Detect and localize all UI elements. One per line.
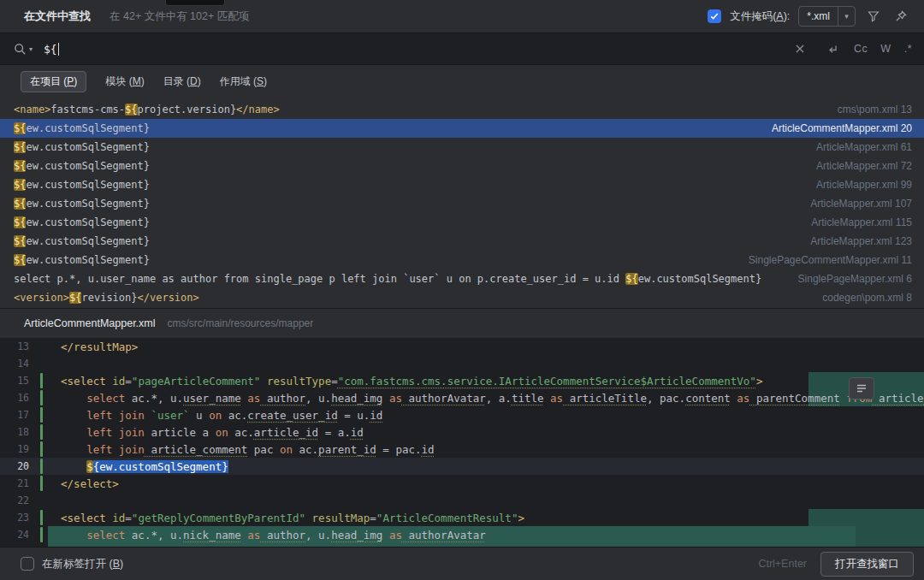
result-file-location: ArticleMapper.xml 72 — [799, 160, 924, 172]
code-line[interactable]: 24 select ac.*, u.nick_name as author, u… — [0, 526, 924, 543]
code-line[interactable]: 17 left join `user` u on ac.create_user_… — [0, 406, 924, 423]
vcs-change-marker — [40, 459, 43, 474]
line-number: 20 — [0, 460, 29, 472]
search-result-row[interactable]: ${ew.customSqlSegment}ArticleMapper.xml … — [0, 138, 924, 157]
vcs-change-marker — [40, 424, 43, 440]
result-file-location: codegen\pom.xml 8 — [805, 292, 924, 304]
search-result-row[interactable]: <version>${revision}</version>codegen\po… — [0, 288, 924, 307]
line-number: 23 — [0, 512, 29, 524]
search-history-button[interactable]: ▾ — [14, 43, 33, 56]
file-mask-checkbox[interactable] — [708, 9, 721, 23]
search-result-row[interactable]: ${ew.customSqlSegment}ArticleMapper.xml … — [0, 213, 924, 232]
open-find-window-button[interactable]: 打开查找窗口 — [820, 552, 914, 577]
result-file-location: SinglePageMapper.xml 6 — [781, 273, 924, 285]
dialog-titlebar: 在文件中查找 在 42+ 文件中有 102+ 匹配项 文件掩码(A): *.xm… — [0, 0, 924, 33]
close-icon — [795, 44, 805, 54]
line-number: 24 — [0, 529, 29, 541]
whole-words-toggle[interactable]: W — [880, 43, 891, 55]
file-mask-label: 文件掩码(A): — [730, 9, 790, 24]
search-result-row[interactable]: ${ew.customSqlSegment}SinglePageCommentM… — [0, 251, 924, 269]
pin-icon — [894, 9, 908, 23]
result-file-location: ArticleMapper.xml 123 — [793, 235, 924, 247]
file-mask-value: *.xml — [799, 10, 838, 22]
chevron-down-icon[interactable]: ▾ — [838, 7, 855, 26]
line-number: 17 — [0, 409, 29, 421]
match-case-toggle[interactable]: Cc — [854, 43, 868, 55]
file-mask-combo[interactable]: *.xml ▾ — [798, 6, 856, 27]
editor-lines: 13 </resultMap>1415 <select id="pageArti… — [0, 338, 924, 543]
search-result-row[interactable]: ${ew.customSqlSegment}ArticleMapper.xml … — [0, 157, 924, 175]
search-icon — [14, 43, 27, 56]
code-line-text: <select id="pageArticleComment" resultTy… — [29, 375, 762, 388]
footer-actions: Ctrl+Enter 打开查找窗口 — [758, 552, 914, 577]
vcs-change-marker — [40, 390, 43, 405]
newline-icon — [826, 43, 838, 56]
search-results-list: <name>fastcms-cms-${project.version}</na… — [0, 98, 924, 308]
dialog-footer: 在新标签打开 (B) Ctrl+Enter 打开查找窗口 — [0, 547, 924, 580]
scope-tab-3[interactable]: 作用域 (S) — [220, 74, 267, 89]
search-result-row[interactable]: ${ew.customSqlSegment}ArticleMapper.xml … — [0, 175, 924, 194]
line-number: 18 — [0, 426, 29, 438]
search-field[interactable]: ▾ ${ Cc W .* — [0, 33, 924, 65]
code-line[interactable]: 15 <select id="pageArticleComment" resul… — [0, 372, 924, 389]
scope-tab-1[interactable]: 模块 (M) — [105, 74, 144, 89]
code-line[interactable]: 18 left join article a on ac.article_id … — [0, 423, 924, 441]
match-summary: 在 42+ 文件中有 102+ 匹配项 — [110, 9, 249, 24]
dialog-title: 在文件中查找 — [24, 9, 91, 24]
code-line-text: left join `user` u on ac.create_user_id … — [29, 409, 382, 422]
pin-button[interactable] — [891, 7, 910, 26]
vcs-change-marker — [40, 407, 43, 423]
result-preview-text: select p.*, u.user_name as author from s… — [0, 273, 781, 285]
code-line-text: left join article a on ac.article_id = a… — [29, 426, 364, 439]
line-number: 14 — [0, 358, 29, 370]
scope-tab-2[interactable]: 目录 (D) — [163, 74, 201, 89]
code-line[interactable]: 16 select ac.*, u.user_name as author, u… — [0, 389, 924, 406]
line-number: 19 — [0, 443, 29, 455]
check-icon — [709, 11, 720, 21]
search-result-row[interactable]: ${ew.customSqlSegment}ArticleMapper.xml … — [0, 232, 924, 251]
editor-floating-toolbar[interactable] — [849, 377, 874, 399]
code-line[interactable]: 13 </resultMap> — [0, 338, 924, 355]
text-caret — [58, 43, 60, 56]
search-result-row[interactable]: ${ew.customSqlSegment}ArticleCommentMapp… — [0, 119, 924, 138]
line-number: 16 — [0, 392, 29, 404]
result-preview-text: ${ew.customSqlSegment} — [0, 122, 755, 134]
code-line[interactable]: 20 ${ew.customSqlSegment} — [0, 458, 924, 475]
code-line-text: <select id="getReplyCommentByParentId" r… — [29, 512, 524, 524]
code-line[interactable]: 22 — [0, 492, 924, 509]
result-preview-text: ${ew.customSqlSegment} — [0, 141, 799, 153]
result-preview-text: ${ew.customSqlSegment} — [0, 160, 799, 172]
search-result-row[interactable]: select p.*, u.user_name as author from s… — [0, 269, 924, 288]
search-input[interactable]: ${ — [44, 43, 59, 56]
vcs-change-marker — [40, 510, 43, 525]
vcs-change-marker — [40, 476, 43, 491]
newline-button[interactable] — [822, 39, 841, 58]
result-preview-text: ${ew.customSqlSegment} — [0, 235, 793, 247]
code-line-text: ${ew.customSqlSegment} — [29, 460, 228, 473]
clear-search-button[interactable] — [791, 39, 809, 58]
shortcut-hint: Ctrl+Enter — [758, 558, 807, 570]
scope-tab-0[interactable]: 在项目 (P) — [21, 71, 86, 92]
code-line[interactable]: 19 left join article_comment pac on ac.p… — [0, 441, 924, 458]
result-preview-text: ${ew.customSqlSegment} — [0, 198, 793, 210]
vcs-change-marker — [40, 527, 43, 542]
line-number: 22 — [0, 494, 29, 506]
preview-header: ArticleCommentMapper.xml cms/src/main/re… — [0, 308, 924, 338]
filter-button[interactable] — [864, 7, 883, 26]
chevron-down-icon: ▾ — [29, 45, 33, 53]
regex-toggle[interactable]: .* — [904, 43, 912, 55]
search-options: Cc W .* — [791, 39, 912, 58]
code-line-text: left join article_comment pac on ac.pare… — [29, 443, 435, 456]
result-file-location: SinglePageCommentMapper.xml 11 — [732, 254, 924, 266]
search-query-text: ${ — [44, 43, 57, 56]
open-in-new-tab-checkbox[interactable] — [21, 557, 34, 571]
search-result-row[interactable]: <name>fastcms-cms-${project.version}</na… — [0, 100, 924, 119]
line-number: 21 — [0, 477, 29, 489]
result-preview-text: <name>fastcms-cms-${project.version}</na… — [0, 104, 820, 115]
code-preview-editor[interactable]: 13 </resultMap>1415 <select id="pageArti… — [0, 338, 924, 547]
code-line[interactable]: 14 — [0, 355, 924, 372]
code-line[interactable]: 23 <select id="getReplyCommentByParentId… — [0, 509, 924, 526]
result-preview-text: ${ew.customSqlSegment} — [0, 254, 732, 266]
search-result-row[interactable]: ${ew.customSqlSegment}ArticleMapper.xml … — [0, 194, 924, 213]
code-line[interactable]: 21 </select> — [0, 475, 924, 492]
